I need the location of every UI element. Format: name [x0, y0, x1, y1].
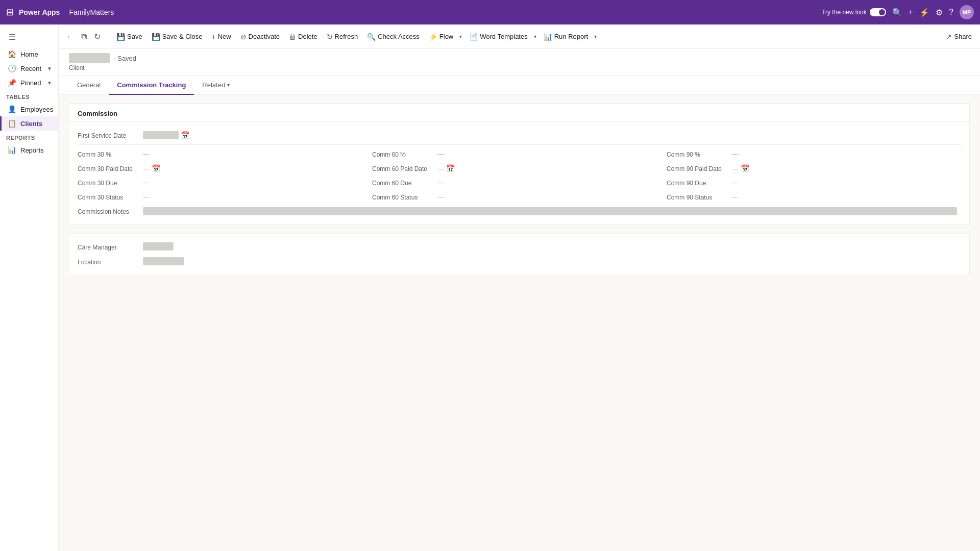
related-chevron-icon: ▾	[227, 82, 230, 88]
commission-section-title: Commission	[69, 104, 969, 122]
clients-icon: 📋	[8, 119, 16, 128]
app-grid-icon[interactable]: ⊞	[6, 7, 14, 18]
sidebar-item-employees-label: Employees	[20, 106, 53, 113]
tab-general[interactable]: General	[69, 76, 109, 95]
run-report-button[interactable]: 📊 Run Report	[540, 29, 592, 45]
comm-60-status-field: Comm 60 Status ---	[372, 190, 667, 204]
flow-icon: ⚡	[429, 33, 437, 41]
comm-90-due-value: ---	[732, 179, 957, 186]
comm-90-paid-date-calendar-icon[interactable]: 📅	[741, 164, 749, 172]
new-button[interactable]: + New	[207, 29, 235, 45]
back-button[interactable]: ←	[63, 30, 77, 43]
try-new-toggle[interactable]	[870, 8, 886, 16]
reports-icon: 📊	[8, 146, 16, 154]
toolbar-separator-1	[109, 31, 109, 43]
location-value	[143, 257, 184, 267]
care-location-section: Care Manager Location	[69, 233, 970, 276]
delete-button[interactable]: 🗑 Delete	[285, 29, 322, 45]
save-close-button[interactable]: 💾 Save & Close	[148, 29, 207, 45]
tab-commission-tracking[interactable]: Commission Tracking	[109, 76, 194, 95]
delete-icon: 🗑	[289, 33, 296, 41]
deactivate-button[interactable]: ⊘ Deactivate	[236, 29, 284, 45]
care-manager-label: Care Manager	[78, 244, 139, 251]
main-layout: ☰ 🏠 Home 🕐 Recent ▼ 📌 Pinned ▼ Tables 👤 …	[0, 24, 980, 551]
share-button[interactable]: ↗ Share	[942, 29, 976, 45]
comm-90-status-value: ---	[732, 193, 957, 201]
copy-url-button[interactable]: ⧉	[78, 30, 90, 43]
comm-30-status-label: Comm 30 Status	[78, 193, 139, 201]
add-icon[interactable]: +	[909, 8, 913, 17]
env-name-label: FamilyMatters	[69, 8, 114, 16]
refresh-nav-button[interactable]: ↻	[91, 30, 104, 43]
first-service-date-calendar-icon[interactable]: 📅	[181, 131, 189, 139]
word-templates-button[interactable]: 📄 Word Templates	[465, 29, 531, 45]
comm-60-due-field: Comm 60 Due ---	[372, 176, 667, 190]
flow-group: ⚡ Flow ▾	[425, 29, 464, 45]
comm-30-paid-date-calendar-icon[interactable]: 📅	[152, 164, 160, 172]
tables-section-header: Tables	[0, 90, 58, 102]
sidebar-item-clients[interactable]: 📋 Clients	[0, 116, 58, 131]
comm-60-pct-value: ---	[437, 150, 663, 158]
comm-90-paid-date-field: Comm 90 Paid Date --- 📅	[667, 161, 961, 176]
comm-90-paid-date-label: Comm 90 Paid Date	[667, 164, 728, 172]
comm-30-paid-date-value: ---	[143, 165, 150, 172]
app-bar: ⊞ Power Apps FamilyMatters Try the new l…	[0, 0, 980, 24]
save-button[interactable]: 💾 Save	[112, 29, 146, 45]
comm-90-due-field: Comm 90 Due ---	[667, 176, 961, 190]
sidebar-item-reports-label: Reports	[20, 146, 44, 154]
avatar[interactable]: MP	[960, 5, 974, 19]
record-type-label: Client	[69, 64, 970, 71]
tab-related[interactable]: Related ▾	[194, 76, 238, 95]
record-header: · Saved Client	[59, 49, 980, 76]
comm-30-pct-value: ---	[143, 150, 368, 158]
word-icon: 📄	[469, 33, 478, 41]
sidebar-item-home[interactable]: 🏠 Home	[0, 47, 58, 61]
comm-60-paid-date-field: Comm 60 Paid Date --- 📅	[372, 161, 667, 176]
comm-90-pct-field: Comm 90 % ---	[667, 147, 961, 161]
care-section-body: Care Manager Location	[69, 234, 969, 276]
comm-30-due-field: Comm 30 Due ---	[78, 176, 372, 190]
sidebar-item-pinned[interactable]: 📌 Pinned ▼	[0, 76, 58, 90]
first-service-date-label: First Service Date	[78, 131, 139, 139]
comm-90-status-label: Comm 90 Status	[667, 193, 728, 201]
sidebar-item-employees[interactable]: 👤 Employees	[0, 102, 58, 116]
first-service-date-value	[143, 131, 179, 139]
comm-30-paid-date-field: Comm 30 Paid Date --- 📅	[78, 161, 372, 176]
comm-60-due-label: Comm 60 Due	[372, 179, 433, 187]
search-icon[interactable]: 🔍	[892, 8, 902, 17]
filter-icon[interactable]: ⚡	[919, 8, 929, 17]
save-icon: 💾	[116, 33, 125, 41]
sidebar-item-reports[interactable]: 📊 Reports	[0, 143, 58, 157]
word-templates-chevron[interactable]: ▾	[532, 32, 538, 41]
help-icon[interactable]: ?	[949, 8, 953, 17]
comm-60-pct-field: Comm 60 % ---	[372, 147, 667, 161]
pinned-icon: 📌	[8, 79, 16, 87]
menu-toggle-button[interactable]: ☰	[4, 29, 20, 45]
commission-notes-value	[143, 207, 957, 215]
settings-icon[interactable]: ⚙	[936, 8, 943, 17]
flow-button[interactable]: ⚡ Flow	[425, 29, 457, 45]
sidebar-item-clients-label: Clients	[20, 120, 42, 128]
comm-30-due-value: ---	[143, 179, 368, 186]
first-service-date-field: First Service Date 📅	[78, 128, 372, 142]
sidebar-item-home-label: Home	[20, 51, 38, 58]
sidebar-item-recent[interactable]: 🕐 Recent ▼	[0, 61, 58, 76]
flow-chevron[interactable]: ▾	[457, 32, 464, 41]
commission-divider-1	[78, 144, 961, 145]
save-close-icon: 💾	[152, 33, 160, 41]
check-access-button[interactable]: 🔍 Check Access	[363, 29, 424, 45]
commission-section-body: First Service Date 📅 Comm 30	[69, 122, 969, 224]
run-report-chevron[interactable]: ▾	[592, 32, 599, 41]
commission-notes-label: Commission Notes	[78, 207, 139, 215]
tabs-bar: General Commission Tracking Related ▾	[59, 76, 980, 95]
comm-60-paid-date-calendar-icon[interactable]: 📅	[446, 164, 455, 172]
comm-60-status-value: ---	[437, 193, 663, 201]
run-report-group: 📊 Run Report ▾	[540, 29, 599, 45]
comm-90-due-label: Comm 90 Due	[667, 179, 728, 187]
commission-notes-field: Commission Notes	[78, 204, 961, 218]
refresh-button[interactable]: ↻ Refresh	[323, 29, 362, 45]
home-icon: 🏠	[8, 50, 16, 58]
form-content: Commission First Service Date 📅	[59, 95, 980, 292]
comm-60-status-label: Comm 60 Status	[372, 193, 433, 201]
comm-90-paid-date-value: ---	[732, 165, 739, 172]
